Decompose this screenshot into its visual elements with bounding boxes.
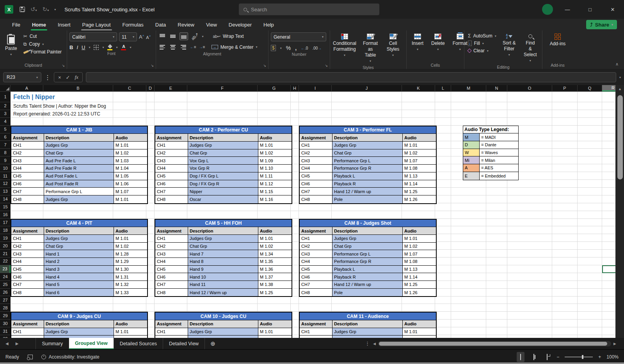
font-name-select[interactable]: Calibri▾ [69, 32, 117, 41]
row-header-15[interactable]: 15 [0, 203, 11, 211]
wrap-text-button[interactable]: ab↩Wrap Text [212, 33, 245, 39]
cam-table-cell[interactable]: M 1.29 [114, 258, 147, 266]
cam-table-cell[interactable]: CH1 [155, 328, 188, 336]
row-header-5[interactable]: 5 [0, 126, 11, 133]
zoom-slider[interactable] [565, 357, 593, 357]
accounting-dropdown[interactable]: ▾ [280, 46, 282, 50]
cam-table-cell[interactable]: M 1.37 [258, 273, 292, 281]
insert-function-icon[interactable]: fx [75, 74, 78, 80]
cam-table-cell[interactable]: CH2 [300, 243, 332, 250]
page-layout-view-button[interactable] [530, 352, 538, 362]
sheet-tab-detailed-sources[interactable]: Detailed Sources [114, 338, 163, 349]
cam-table-cell[interactable]: M 1.26 [403, 195, 436, 203]
cam-table-cell[interactable]: M 1.25 [258, 289, 292, 297]
cam-table-cell[interactable]: Hand 6 [44, 289, 114, 297]
scroll-left-icon[interactable]: ◀ [373, 342, 376, 346]
clipboard-dialog-launcher[interactable]: ↘ [62, 64, 65, 67]
cam-table-cell[interactable]: M 1.30 [114, 266, 147, 273]
format-as-table-button[interactable]: Format as Table▾ [359, 32, 382, 64]
enter-icon[interactable]: ✓ [66, 75, 70, 80]
cam-table-cell[interactable]: M 1.26 [403, 289, 436, 297]
cam-table-cell[interactable]: Hand 12 / Warm up [188, 289, 258, 297]
ribbon-tab-insert[interactable]: Insert [52, 19, 76, 30]
legend-label[interactable]: = Milan [480, 156, 518, 164]
zoom-slider-thumb[interactable] [582, 355, 583, 359]
cam-table-cell[interactable]: Dog / FX Grp L [188, 172, 258, 180]
align-center-button[interactable] [169, 44, 177, 51]
cam-table-cell[interactable]: Hand 5 [44, 281, 114, 289]
new-sheet-button[interactable]: ⊕ [205, 338, 221, 349]
excel-logo-icon[interactable]: X [5, 5, 13, 14]
legend-label[interactable]: = Embedded [480, 172, 518, 180]
cam-table-cell[interactable]: M 1.01 [258, 328, 292, 336]
align-right-button[interactable] [180, 44, 187, 51]
row-header-24[interactable]: 24 [0, 273, 11, 281]
insert-cells-button[interactable]: Insert▾ [409, 32, 426, 53]
ribbon-tab-help[interactable]: Help [258, 19, 280, 30]
ribbon-tab-review[interactable]: Review [172, 19, 200, 30]
cam-table-cell[interactable]: CH8 [300, 289, 332, 297]
shrink-font-button[interactable]: A˅ [146, 34, 151, 40]
row-header-21[interactable]: 21 [0, 250, 11, 257]
borders-dropdown[interactable]: ▾ [102, 46, 104, 49]
name-box[interactable]: R23▾ [3, 72, 41, 82]
cam-table-cell[interactable]: Chat Grp [332, 243, 403, 250]
horizontal-scroll-thumb[interactable] [379, 342, 607, 346]
increase-decimal-button[interactable]: ←.0 [301, 46, 308, 50]
ribbon-tab-view[interactable]: View [200, 19, 223, 30]
expand-formula-bar-icon[interactable]: ▾ [619, 76, 621, 79]
cam-table-cell[interactable]: M 1.09 [258, 157, 292, 165]
redo-icon[interactable]: ↻▾ [43, 6, 49, 13]
cam-table-cell[interactable]: M 1.11 [258, 172, 292, 180]
cam-table-cell[interactable]: M 1.01 [403, 328, 436, 336]
cam-table-cell[interactable]: Chat Grp [188, 149, 258, 157]
align-top-button[interactable] [158, 33, 166, 40]
cam-table-cell[interactable]: M 1.02 [258, 243, 292, 250]
bold-button[interactable]: B [69, 44, 73, 50]
row-header-22[interactable]: 22 [0, 257, 11, 265]
cam-table-cell[interactable]: Aud Pre Fade L [44, 157, 114, 165]
cam-table-cell[interactable]: M 1.02 [403, 243, 436, 250]
cam-table-cell[interactable]: M 1.01 [114, 328, 147, 336]
cam-table-cell[interactable]: M 1.34 [258, 250, 292, 258]
column-header-L[interactable]: L [435, 85, 451, 91]
delete-cells-button[interactable]: Delete▾ [428, 32, 448, 53]
row-header-14[interactable]: 14 [0, 195, 11, 203]
cam-table-cell[interactable]: CH8 [155, 289, 188, 297]
ribbon-tab-developer[interactable]: Developer [223, 19, 258, 30]
cam-table-cell[interactable]: CH2 [155, 243, 188, 250]
formula-input[interactable] [86, 72, 616, 82]
cam-table-cell[interactable]: M 1.36 [258, 266, 292, 273]
borders-icon[interactable] [94, 45, 99, 50]
cam-table-cell[interactable]: M 1.01 [114, 142, 147, 149]
cam-table-cell[interactable]: CH6 [300, 180, 332, 188]
cam-table-cell[interactable]: Hand 8 [188, 258, 258, 266]
cam-table-cell[interactable]: Playback L [332, 266, 403, 273]
row-header-9[interactable]: 9 [0, 156, 11, 164]
cam-table-cell[interactable]: M 1.01 [258, 235, 292, 243]
cam-table-cell[interactable]: CH8 [155, 195, 188, 203]
cam-table-cell[interactable]: Hand 12 / Warm up [332, 281, 403, 289]
legend-swatch[interactable]: A [463, 164, 480, 172]
orientation-button[interactable]: ab↗ [190, 32, 200, 41]
row-header-4[interactable]: 4 [0, 118, 11, 126]
decrease-indent-button[interactable]: ←≡ [190, 45, 196, 49]
cam-table-cell[interactable]: Judges Grp [44, 235, 114, 243]
increase-indent-button[interactable]: →≡ [199, 45, 205, 49]
legend-swatch[interactable]: Mi [463, 156, 480, 164]
cam-table-cell[interactable]: CH5 [11, 172, 44, 180]
cam-table-cell[interactable]: Judges Grp [44, 328, 114, 336]
align-middle-button[interactable] [169, 33, 177, 40]
cam-table-cell[interactable]: M 1.28 [114, 250, 147, 258]
cam-table-cell[interactable]: CH3 [11, 250, 44, 258]
active-cell-R23[interactable] [602, 265, 615, 273]
cam-table-cell[interactable]: CH1 [11, 235, 44, 243]
cam-table-cell[interactable]: CH7 [300, 281, 332, 289]
row-header-26[interactable]: 26 [0, 289, 11, 297]
underline-dropdown[interactable]: ▾ [89, 46, 90, 49]
ribbon-tab-file[interactable]: File [6, 19, 26, 30]
number-format-select[interactable]: General▾ [271, 32, 326, 41]
next-sheet-icon[interactable]: ▶ [16, 341, 19, 346]
cam-table-cell[interactable]: Pole [332, 195, 403, 203]
cam-table-cell[interactable]: CH1 [300, 328, 332, 336]
